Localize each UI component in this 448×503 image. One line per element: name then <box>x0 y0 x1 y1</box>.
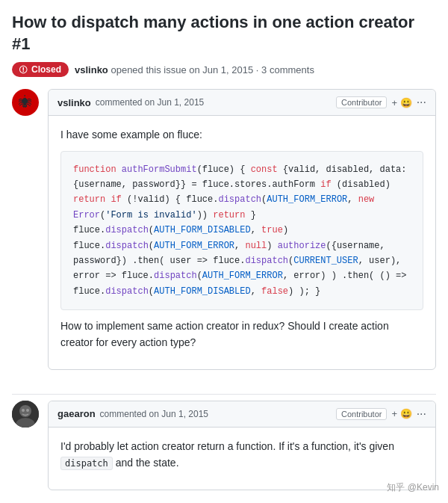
comment-vslinko-date: commented on Jun 1, 2015 <box>96 97 204 108</box>
closed-label: Closed <box>31 64 61 75</box>
issue-title: How to dispatch many actions in one acti… <box>12 12 436 55</box>
comment-gaearon-author[interactable]: gaearon <box>57 408 96 419</box>
issue-meta: Closed vslinko vslinko opened this issue… <box>12 62 436 77</box>
avatar-gaearon <box>12 401 39 428</box>
more-options-gaearon[interactable]: ··· <box>417 407 426 421</box>
comment-gaearon-date: commented on Jun 1, 2015 <box>100 409 208 419</box>
svg-point-4 <box>26 409 29 412</box>
issue-author-link[interactable]: vslinko <box>75 64 108 75</box>
avatar-vslinko: 🕷 <box>12 89 39 116</box>
comment-vslinko-question: How to implement same action creator in … <box>60 318 423 351</box>
comment-gaearon-header: gaearon commented on Jun 1, 2015 Contrib… <box>49 401 435 428</box>
more-options-vslinko[interactable]: ··· <box>417 96 426 109</box>
divider-1 <box>12 394 436 395</box>
page-container: How to dispatch many actions in one acti… <box>0 0 448 503</box>
comment-vslinko-block: vslinko commented on Jun 1, 2015 Contrib… <box>48 89 436 370</box>
contributor-badge-gaearon: Contributor <box>336 408 387 420</box>
closed-icon <box>19 65 28 74</box>
comment-gaearon-block: gaearon commented on Jun 1, 2015 Contrib… <box>48 401 436 490</box>
watermark: 知乎 @Kevin <box>387 481 439 494</box>
comment-vslinko-content: vslinko commented on Jun 1, 2015 Contrib… <box>48 89 436 382</box>
emoji-button-vslinko[interactable]: + 😀 <box>391 97 411 108</box>
dispatch-inline-code: dispatch <box>60 457 113 470</box>
comment-vslinko-intro: I have some example on fluce: <box>60 126 423 143</box>
comment-gaearon-content: gaearon commented on Jun 1, 2015 Contrib… <box>48 401 436 502</box>
svg-point-3 <box>22 409 25 412</box>
closed-badge: Closed <box>12 62 69 77</box>
comment-vslinko-body: I have some example on fluce: function a… <box>49 116 435 369</box>
comment-vslinko-author[interactable]: vslinko <box>57 97 91 108</box>
avatar-gaearon-img <box>12 401 39 428</box>
comment-gaearon-body: I'd probably let action creator return a… <box>49 428 435 490</box>
emoji-button-gaearon[interactable]: + 😀 <box>391 408 411 419</box>
comment-vslinko: 🕷 vslinko commented on Jun 1, 2015 Contr… <box>12 89 436 382</box>
comment-gaearon-text: I'd probably let action creator return a… <box>60 438 423 472</box>
code-block-vslinko: function authFormSubmit(fluce) { const {… <box>60 151 423 311</box>
comment-vslinko-header: vslinko commented on Jun 1, 2015 Contrib… <box>49 90 435 116</box>
contributor-badge-vslinko: Contributor <box>336 96 387 108</box>
comment-gaearon: gaearon commented on Jun 1, 2015 Contrib… <box>12 401 436 502</box>
issue-meta-text: vslinko vslinko opened this issue on Jun… <box>75 64 314 75</box>
